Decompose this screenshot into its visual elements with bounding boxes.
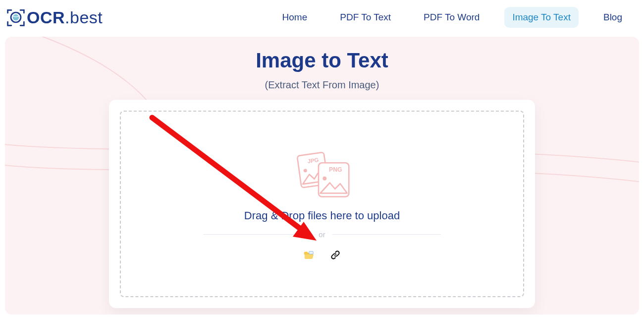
or-divider: or [203,230,441,239]
svg-text:PNG: PNG [329,166,342,173]
svg-point-6 [322,176,326,180]
logo-mark-icon [6,7,26,27]
upload-card: JPG PNG Drag & Drop files here to upload… [109,100,535,308]
main-nav: Home PDF To Text PDF To Word Image To Te… [274,7,630,28]
hero-title-block: Image to Text (Extract Text From Image) [5,37,639,91]
link-icon [330,250,341,260]
or-label: or [319,230,325,239]
nav-home[interactable]: Home [274,7,316,28]
svg-rect-8 [309,251,313,254]
nav-pdf-to-text[interactable]: PDF To Text [332,7,399,28]
logo[interactable]: OCR.best [6,7,103,27]
page-title: Image to Text [5,49,639,72]
page-subtitle: (Extract Text From Image) [5,79,639,91]
browse-files-button[interactable] [302,249,315,261]
nav-pdf-to-word[interactable]: PDF To Word [416,7,487,28]
upload-actions [302,249,342,261]
svg-point-3 [303,168,307,172]
nav-image-to-text[interactable]: Image To Text [504,7,579,28]
divider-line-left [203,234,312,235]
divider-line-right [332,234,441,235]
nav-blog[interactable]: Blog [595,7,630,28]
svg-point-1 [13,14,19,21]
header: OCR.best Home PDF To Text PDF To Word Im… [0,0,644,35]
logo-text-strong: OCR [27,8,65,27]
paste-url-button[interactable] [329,249,342,261]
svg-text:JPG: JPG [307,156,319,164]
hero-section: Image to Text (Extract Text From Image) … [5,37,639,315]
dropzone[interactable]: JPG PNG Drag & Drop files here to upload… [120,111,524,297]
folder-open-icon [303,250,315,260]
logo-text-thin: .best [65,8,103,27]
file-types-illustration-icon: JPG PNG [287,147,357,201]
dropzone-instruction: Drag & Drop files here to upload [244,209,400,222]
